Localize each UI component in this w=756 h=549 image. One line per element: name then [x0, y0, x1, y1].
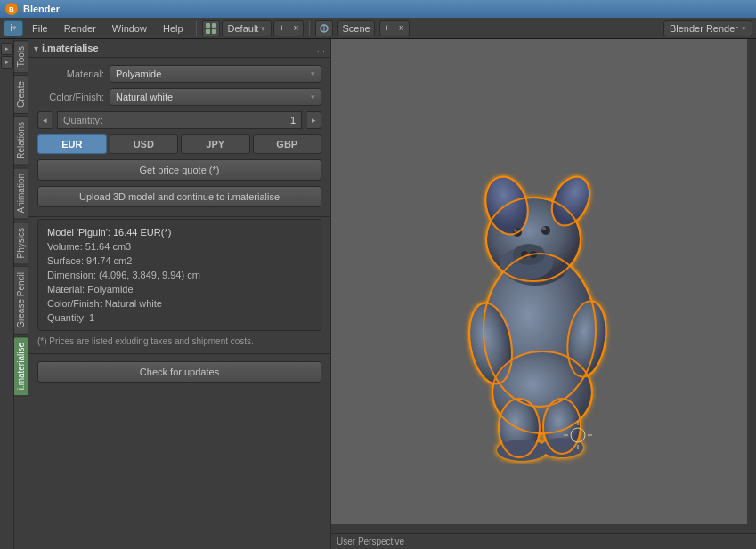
tab-relations[interactable]: Relations: [14, 116, 28, 166]
svg-rect-2: [206, 29, 210, 34]
info-surface: Surface: 94.74 cm2: [47, 255, 312, 266]
scene-add-btn[interactable]: +: [380, 21, 394, 36]
svg-rect-1: [212, 23, 216, 28]
currency-jpy[interactable]: JPY: [181, 134, 250, 154]
tab-grease-pencil[interactable]: Grease Pencil: [14, 266, 28, 335]
scene-icon: [315, 20, 333, 36]
quantity-field[interactable]: Quantity: 1: [57, 111, 302, 129]
panel-title: i.materialise: [42, 43, 99, 53]
info-material: Material: Polyamide: [47, 284, 312, 295]
material-label: Material:: [37, 69, 104, 79]
side-panel: ▾ i.materialise ... Material: Polyamide …: [28, 39, 331, 549]
material-row: Material: Polyamide ▾: [37, 65, 321, 83]
svg-point-22: [542, 227, 546, 230]
menu-window[interactable]: Window: [105, 21, 154, 36]
panel-toggle-icon[interactable]: ▾: [34, 44, 38, 53]
viewport[interactable]: User Perspective: [331, 39, 756, 549]
upload-btn[interactable]: Upload 3D model and continue to i.materi…: [37, 186, 321, 207]
svg-point-20: [514, 229, 517, 232]
scene-remove-btn[interactable]: ×: [394, 21, 409, 36]
info-volume: Volume: 51.64 cm3: [47, 241, 312, 252]
color-finish-row: Color/Finish: Natural white ▾: [37, 88, 321, 106]
titlebar: B Blender: [0, 0, 756, 18]
info-dimension: Dimension: (4.096, 3.849, 9.94) cm: [47, 270, 312, 280]
3d-model-pig: [446, 125, 642, 464]
scene-selector[interactable]: Scene: [337, 20, 374, 36]
separator2: [28, 353, 330, 354]
info-model: Model 'Piguin': 16.44 EUR(*): [47, 227, 312, 238]
info-button[interactable]: i ▾: [4, 20, 23, 36]
divider1: [196, 21, 197, 36]
footer-note: (*) Prices are listed exluding taxes and…: [28, 331, 330, 351]
quantity-increment-btn[interactable]: ▸: [307, 111, 321, 129]
material-select[interactable]: Polyamide ▾: [110, 65, 321, 83]
scene-add-remove: + ×: [379, 20, 410, 36]
currency-tabs: EUR USD JPY GBP: [37, 134, 321, 154]
get-price-quote-btn[interactable]: Get price quote (*): [37, 159, 321, 181]
currency-gbp[interactable]: GBP: [253, 134, 322, 154]
panel-header: ▾ i.materialise ...: [28, 39, 330, 58]
panel-form: Material: Polyamide ▾ Color/Finish: Natu…: [28, 58, 330, 214]
tab-create[interactable]: Create: [14, 75, 28, 114]
toolbar-btn-2[interactable]: ▸: [1, 56, 13, 69]
window-title: Blender: [23, 4, 60, 14]
layout-remove-btn[interactable]: ×: [289, 21, 303, 36]
tab-tools[interactable]: Tools: [14, 40, 28, 73]
currency-usd[interactable]: USD: [110, 134, 179, 154]
layout-add-remove: + ×: [273, 20, 304, 36]
menu-file[interactable]: File: [25, 21, 55, 36]
svg-rect-0: [206, 23, 210, 28]
tab-animation[interactable]: Animation: [14, 167, 28, 219]
render-engine-selector[interactable]: Blender Render ▾: [663, 20, 752, 36]
quantity-value: 1: [290, 115, 296, 125]
quantity-label: Quantity:: [63, 115, 102, 125]
menu-render[interactable]: Render: [57, 21, 103, 36]
color-finish-select[interactable]: Natural white ▾: [110, 88, 321, 106]
tab-i-materialise[interactable]: i.materialise: [14, 336, 28, 396]
menu-help[interactable]: Help: [156, 21, 191, 36]
viewport-hscrollbar[interactable]: [331, 524, 756, 533]
left-toolbar: ▸ ▸: [0, 39, 14, 549]
svg-point-21: [541, 226, 550, 235]
color-finish-select-arrow: ▾: [311, 93, 315, 101]
layout-icon: [202, 20, 220, 36]
quantity-row: ◂ Quantity: 1 ▸: [37, 111, 321, 129]
menubar: i ▾ File Render Window Help Default ▾ + …: [0, 18, 756, 39]
divider2: [309, 21, 310, 36]
side-tabs: Tools Create Relations Animation Physics…: [14, 39, 28, 549]
svg-rect-3: [212, 29, 216, 34]
main-layout: ▸ ▸ Tools Create Relations Animation Phy…: [0, 39, 756, 549]
check-updates-btn[interactable]: Check for updates: [37, 361, 321, 383]
viewport-bottom-bar: User Perspective: [331, 533, 756, 549]
color-finish-label: Color/Finish:: [37, 92, 104, 102]
info-color: Color/Finish: Natural white: [47, 298, 312, 309]
blender-logo: B: [5, 3, 18, 15]
material-select-arrow: ▾: [311, 69, 315, 78]
layout-selector[interactable]: Default ▾: [222, 20, 272, 36]
tab-physics[interactable]: Physics: [14, 222, 28, 264]
info-quantity: Quantity: 1: [47, 312, 312, 323]
viewport-vscrollbar[interactable]: [747, 39, 756, 533]
panel-options-icon[interactable]: ...: [317, 43, 325, 53]
quantity-decrement-btn[interactable]: ◂: [37, 111, 52, 129]
separator1: [28, 216, 330, 217]
currency-eur[interactable]: EUR: [37, 134, 107, 154]
info-box: Model 'Piguin': 16.44 EUR(*) Volume: 51.…: [37, 219, 321, 331]
viewport-info: User Perspective: [337, 537, 404, 546]
layout-add-btn[interactable]: +: [274, 21, 289, 36]
toolbar-btn-1[interactable]: ▸: [1, 43, 13, 55]
